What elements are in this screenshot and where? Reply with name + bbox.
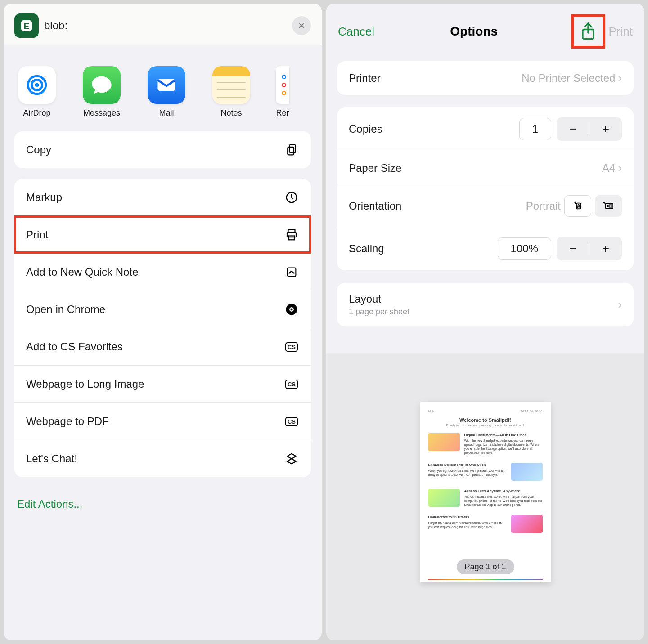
paper-value: A4	[602, 162, 615, 174]
svg-point-2	[35, 83, 39, 87]
svg-point-15	[291, 309, 293, 311]
chevron-right-icon: ›	[618, 161, 622, 175]
share-sheet: E blob: AirDrop Messages	[4, 4, 322, 640]
app-icon: E	[14, 13, 39, 38]
copy-icon	[284, 142, 299, 157]
close-button[interactable]	[292, 16, 311, 35]
share-app-label: Rer	[276, 108, 289, 118]
share-app-label: Notes	[220, 108, 242, 118]
svg-point-18	[578, 205, 579, 206]
increment-button[interactable]: +	[590, 117, 622, 141]
svg-rect-12	[288, 268, 296, 277]
cs-icon: CS	[284, 376, 299, 392]
decrement-button[interactable]: −	[557, 117, 589, 141]
layout-row[interactable]: Layout 1 page per sheet ›	[337, 283, 634, 326]
cs-icon: CS	[284, 339, 299, 354]
cs-icon: CS	[284, 414, 299, 429]
printer-value: No Printer Selected	[522, 72, 615, 85]
options-title: Options	[450, 24, 498, 39]
chat-icon	[284, 451, 299, 466]
svg-point-21	[608, 206, 609, 207]
options-header: Cancel Options Print	[326, 4, 644, 57]
copy-group: Copy	[14, 131, 311, 168]
decrement-button[interactable]: −	[557, 237, 589, 260]
svg-rect-22	[609, 205, 612, 207]
print-icon	[284, 227, 299, 242]
page-indicator: Page 1 of 1	[456, 559, 514, 574]
increment-button[interactable]: +	[590, 237, 622, 260]
share-app-label: Messages	[83, 108, 120, 118]
lets-chat-action[interactable]: Let's Chat!	[14, 440, 311, 477]
share-app-messages[interactable]: Messages	[79, 66, 124, 118]
cs-favorites-action[interactable]: Add to CS Favorites CS	[14, 328, 311, 365]
print-action[interactable]: Print	[14, 216, 311, 253]
printer-group: Printer No Printer Selected ›	[337, 61, 634, 95]
share-apps-row[interactable]: AirDrop Messages Mail Notes	[4, 45, 322, 131]
share-app-label: AirDrop	[23, 108, 50, 118]
orientation-value: Portrait	[526, 200, 561, 212]
action-label: Webpage to Long Image	[26, 378, 144, 390]
share-app-airdrop[interactable]: AirDrop	[14, 66, 59, 118]
orientation-label: Orientation	[349, 200, 401, 212]
svg-rect-19	[577, 206, 580, 208]
actions-group: Markup Print Add to New Quick Note Open …	[14, 179, 311, 477]
action-label: Print	[26, 228, 48, 241]
share-app-label: Mail	[159, 108, 174, 118]
share-button[interactable]	[574, 17, 603, 46]
preview-title: Welcome to Smallpdf!	[428, 417, 543, 423]
paper-row[interactable]: Paper Size A4 ›	[337, 151, 634, 185]
scaling-stepper[interactable]: − +	[557, 237, 622, 260]
layout-group: Layout 1 page per sheet ›	[337, 283, 634, 326]
svg-text:E: E	[24, 21, 29, 31]
action-label: Add to New Quick Note	[26, 266, 138, 278]
markup-icon	[284, 190, 299, 205]
copies-row: Copies 1 − +	[337, 107, 634, 151]
cancel-button[interactable]: Cancel	[338, 25, 374, 39]
orientation-row: Orientation Portrait	[337, 185, 634, 227]
copy-action[interactable]: Copy	[14, 131, 311, 168]
action-label: Let's Chat!	[26, 452, 77, 465]
page-settings-group: Copies 1 − + Paper Size A4 › Orientation…	[337, 107, 634, 270]
copies-label: Copies	[349, 123, 382, 135]
action-label: Copy	[26, 143, 51, 156]
svg-rect-11	[289, 236, 295, 240]
scaling-label: Scaling	[349, 242, 384, 255]
share-source-label: blob:	[44, 19, 287, 32]
layout-sub: 1 page per sheet	[349, 307, 410, 317]
printer-row[interactable]: Printer No Printer Selected ›	[337, 61, 634, 95]
preview-sub: Ready to take document management to the…	[428, 424, 543, 427]
landscape-button[interactable]	[595, 195, 622, 217]
action-label: Markup	[26, 191, 62, 204]
svg-rect-7	[288, 147, 294, 155]
chrome-icon	[284, 302, 299, 317]
share-app-notes[interactable]: Notes	[209, 66, 254, 118]
preview-area[interactable]: blob16.01.24, 18:39 Welcome to Smallpdf!…	[326, 353, 644, 640]
chevron-right-icon: ›	[618, 71, 622, 85]
share-header: E blob:	[4, 4, 322, 45]
action-label: Webpage to PDF	[26, 415, 109, 428]
svg-rect-6	[289, 145, 296, 153]
edit-actions-link[interactable]: Edit Actions...	[4, 488, 322, 520]
printer-label: Printer	[349, 72, 381, 85]
quicknote-action[interactable]: Add to New Quick Note	[14, 253, 311, 291]
action-label: Open in Chrome	[26, 303, 105, 316]
share-app-mail[interactable]: Mail	[144, 66, 189, 118]
portrait-button[interactable]	[564, 195, 591, 217]
scaling-row: Scaling 100% − +	[337, 227, 634, 270]
long-image-action[interactable]: Webpage to Long Image CS	[14, 365, 311, 402]
print-options: Cancel Options Print Printer No Printer …	[326, 4, 644, 640]
action-label: Add to CS Favorites	[26, 340, 123, 353]
paper-label: Paper Size	[349, 162, 401, 174]
copies-stepper[interactable]: − +	[557, 117, 622, 141]
chevron-right-icon: ›	[618, 298, 622, 312]
preview-page[interactable]: blob16.01.24, 18:39 Welcome to Smallpdf!…	[420, 402, 551, 582]
share-app-reminders-partial[interactable]: Rer	[274, 66, 292, 118]
webpage-pdf-action[interactable]: Webpage to PDF CS	[14, 402, 311, 440]
markup-action[interactable]: Markup	[14, 179, 311, 216]
print-button[interactable]: Print	[609, 25, 633, 39]
copies-value[interactable]: 1	[519, 118, 551, 140]
scaling-value[interactable]: 100%	[498, 237, 551, 260]
quicknote-icon	[284, 264, 299, 280]
layout-label: Layout	[349, 293, 410, 305]
chrome-action[interactable]: Open in Chrome	[14, 291, 311, 328]
